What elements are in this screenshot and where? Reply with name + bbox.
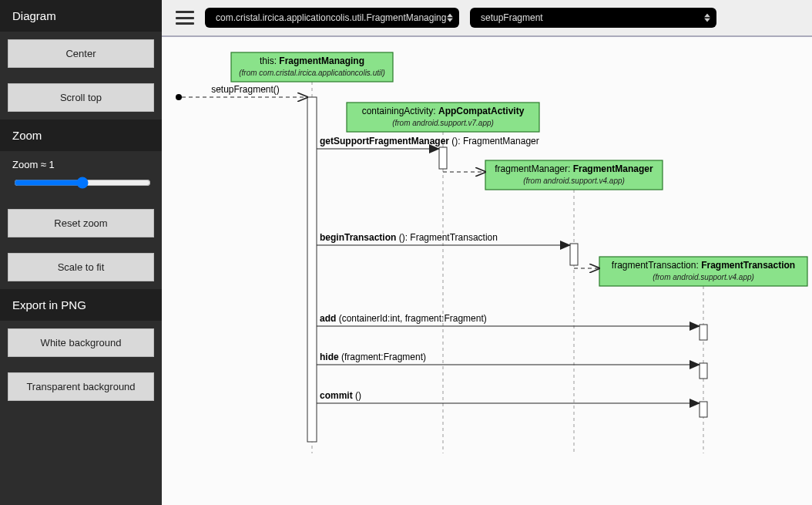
svg-marker-1 — [447, 19, 453, 22]
svg-text:this: FragmentManaging: this: FragmentManaging — [260, 56, 364, 66]
section-title-diagram: Diagram — [0, 0, 162, 32]
svg-text:fragmentTransaction: FragmentT: fragmentTransaction: FragmentTransaction — [612, 260, 795, 271]
reset-zoom-button[interactable]: Reset zoom — [8, 209, 154, 237]
svg-text:(from android.support.v4.app): (from android.support.v4.app) — [523, 177, 625, 185]
class-selector-label: com.cristal.ircica.applicationcolis.util… — [216, 12, 446, 23]
svg-marker-3 — [704, 19, 710, 22]
svg-text:fragmentManager: FragmentManag: fragmentManager: FragmentManager — [495, 163, 653, 174]
hamburger-icon[interactable] — [176, 11, 194, 25]
zoom-slider[interactable] — [14, 177, 151, 189]
svg-text:(from android.support.v4.app): (from android.support.v4.app) — [653, 273, 754, 281]
method-selector[interactable]: setupFragment — [470, 8, 716, 28]
section-title-zoom: Zoom — [0, 120, 162, 151]
chevron-updown-icon — [704, 14, 710, 22]
scale-to-fit-button[interactable]: Scale to fit — [8, 253, 154, 281]
export-transparent-bg-button[interactable]: Transparent background — [8, 372, 154, 401]
svg-text:(from android.support.v7.app): (from android.support.v7.app) — [392, 119, 494, 127]
svg-rect-21 — [307, 97, 317, 442]
export-white-bg-button[interactable]: White background — [8, 328, 154, 357]
svg-text:(from com.cristal.ircica.appli: (from com.cristal.ircica.applicationcoli… — [239, 69, 385, 77]
svg-rect-33 — [700, 325, 707, 340]
section-title-export: Export in PNG — [0, 289, 162, 321]
svg-text:beginTransaction (): FragmentT: beginTransaction (): FragmentTransaction — [320, 232, 498, 243]
method-selector-label: setupFragment — [481, 12, 543, 23]
sequence-diagram: this: FragmentManaging(from com.cristal.… — [162, 37, 812, 500]
svg-marker-2 — [704, 14, 710, 18]
svg-text:hide (fragment:Fragment): hide (fragment:Fragment) — [320, 352, 426, 362]
svg-text:containingActivity: AppCompatA: containingActivity: AppCompatActivity — [362, 106, 525, 116]
scroll-top-button[interactable]: Scroll top — [8, 83, 154, 112]
topbar: com.cristal.ircica.applicationcolis.util… — [162, 0, 812, 37]
zoom-label: Zoom ≈ 1 — [0, 151, 162, 170]
svg-marker-0 — [447, 14, 453, 18]
svg-text:setupFragment(): setupFragment() — [211, 84, 280, 95]
svg-point-22 — [176, 94, 182, 100]
svg-text:commit (): commit () — [320, 390, 361, 401]
svg-text:add (containerId:int, fragment: add (containerId:int, fragment:Fragment) — [320, 313, 487, 324]
svg-text:getSupportFragmentManager (): : getSupportFragmentManager (): FragmentMa… — [320, 136, 539, 146]
center-button[interactable]: Center — [8, 39, 154, 68]
class-selector[interactable]: com.cristal.ircica.applicationcolis.util… — [205, 8, 459, 28]
svg-rect-39 — [700, 402, 707, 417]
svg-rect-25 — [439, 147, 447, 169]
chevron-updown-icon — [447, 14, 453, 22]
zoom-value: 1 — [49, 159, 55, 170]
svg-rect-36 — [700, 363, 707, 379]
diagram-canvas[interactable]: this: FragmentManaging(from com.cristal.… — [162, 37, 812, 505]
sidebar: Diagram Center Scroll top Zoom Zoom ≈ 1 … — [0, 0, 162, 505]
svg-rect-29 — [570, 244, 578, 265]
